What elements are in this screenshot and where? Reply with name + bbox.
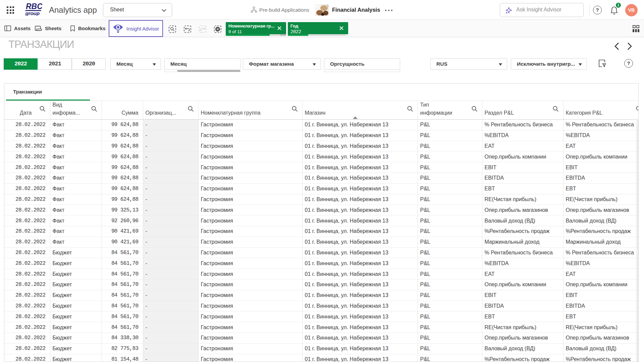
svg-text:RBC: RBC: [26, 3, 42, 11]
svg-text:group: group: [25, 10, 40, 16]
